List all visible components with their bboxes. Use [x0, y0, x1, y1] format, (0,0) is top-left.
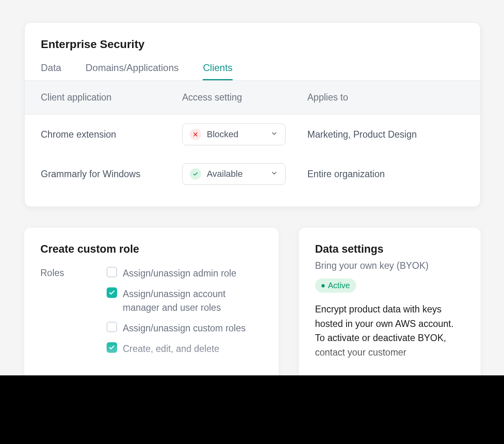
section-title: Create custom role	[40, 243, 262, 256]
list-item: Assign/unassign custom roles	[107, 322, 262, 335]
byok-subtitle: Bring your own key (BYOK)	[315, 260, 464, 271]
create-custom-role-card: Create custom role Roles Assign/unassign…	[24, 228, 279, 375]
checkbox-label: Assign/unassign custom roles	[123, 322, 246, 335]
bottom-bar	[0, 375, 504, 444]
list-item: Assign/unassign admin role	[107, 267, 262, 280]
client-app-name: Chrome extension	[41, 129, 182, 140]
column-client-application: Client application	[41, 92, 182, 103]
x-icon	[190, 129, 201, 140]
table-row: Grammarly for Windows Available Entire o…	[25, 154, 480, 194]
checkbox[interactable]	[107, 267, 117, 277]
applies-to-value: Marketing, Product Design	[307, 129, 464, 140]
checkbox-label: Assign/unassign admin role	[123, 267, 236, 280]
enterprise-security-card: Enterprise Security Data Domains/Applica…	[24, 22, 481, 207]
check-icon	[190, 168, 201, 180]
list-item: Create, edit, and delete	[107, 342, 262, 356]
tabs: Data Domains/Applications Clients	[41, 62, 464, 80]
checkbox[interactable]	[107, 342, 117, 353]
table-header: Client application Access setting Applie…	[25, 80, 480, 115]
status-badge: Active	[315, 279, 356, 293]
tab-clients[interactable]: Clients	[203, 62, 232, 80]
checkbox-label: Create, edit, and delete	[123, 342, 219, 356]
section-title: Data settings	[315, 243, 464, 256]
checkbox[interactable]	[107, 287, 117, 298]
dot-icon	[321, 284, 325, 287]
page-title: Enterprise Security	[41, 38, 464, 51]
applies-to-value: Entire organization	[307, 169, 464, 180]
column-access-setting: Access setting	[182, 92, 307, 103]
access-select-label: Available	[207, 169, 271, 179]
checkbox-label: Assign/unassign account manager and user…	[123, 287, 262, 314]
data-settings-card: Data settings Bring your own key (BYOK) …	[299, 228, 481, 375]
access-select-blocked[interactable]: Blocked	[182, 124, 286, 145]
table-row: Chrome extension Blocked Marketing, Prod…	[25, 115, 480, 154]
checkbox[interactable]	[107, 322, 117, 332]
chevron-down-icon	[271, 170, 278, 178]
access-select-label: Blocked	[207, 129, 271, 140]
status-badge-label: Active	[328, 281, 350, 290]
tab-data[interactable]: Data	[41, 62, 61, 80]
column-applies-to: Applies to	[307, 92, 464, 103]
access-select-available[interactable]: Available	[182, 163, 286, 185]
chevron-down-icon	[271, 130, 278, 139]
roles-checklist: Assign/unassign admin role Assign/unassi…	[107, 267, 262, 356]
byok-description: Encrypt product data with keys hosted in…	[315, 302, 464, 360]
client-app-name: Grammarly for Windows	[41, 169, 182, 180]
roles-group-label: Roles	[40, 267, 97, 356]
tab-domains[interactable]: Domains/Applications	[86, 62, 179, 80]
list-item: Assign/unassign account manager and user…	[107, 287, 262, 314]
